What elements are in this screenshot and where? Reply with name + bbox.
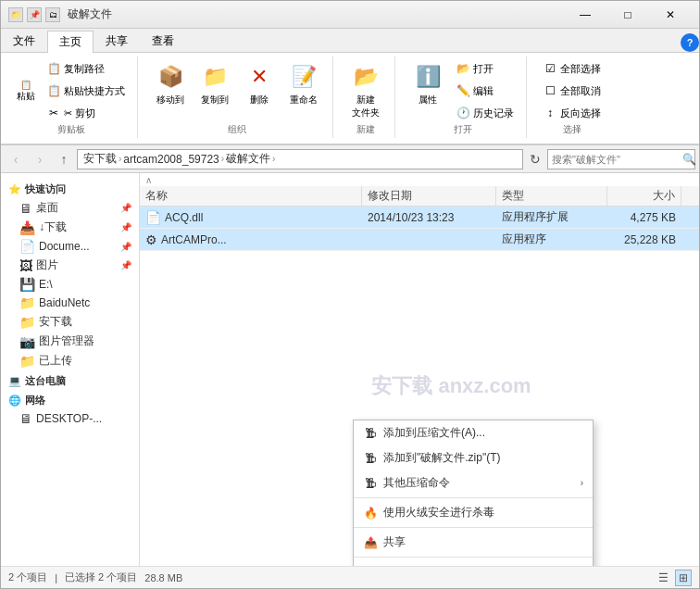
desktop-icon: 🖥 — [19, 201, 32, 216]
folder-icon: 🗂 — [45, 7, 60, 22]
col-header-date[interactable]: 修改日期 — [362, 186, 496, 206]
open-label: 打开 — [454, 123, 472, 136]
ctx-label-add-zip-t: 添加到"破解文件.zip"(T) — [383, 450, 501, 466]
paste-shortcut-button[interactable]: 📋 粘贴快捷方式 — [42, 81, 130, 101]
ribbon-tabs: 文件 主页 共享 查看 ? — [1, 29, 699, 53]
sidebar-label-desktop-pc: DESKTOP-... — [36, 412, 102, 425]
thispc-section[interactable]: 💻 这台电脑 — [1, 370, 139, 390]
select-label: 选择 — [563, 123, 581, 136]
sidebar-label-baidu: BaiduNetc — [39, 296, 90, 309]
maximize-button[interactable]: □ — [606, 1, 649, 29]
tab-file[interactable]: 文件 — [1, 30, 47, 52]
tab-view[interactable]: 查看 — [140, 30, 186, 52]
sidebar-item-uploaded[interactable]: 📁 已上传 — [1, 351, 139, 370]
ctx-sep-2 — [354, 527, 593, 528]
sidebar-item-andown[interactable]: 📁 安下载 — [1, 312, 139, 332]
properties-button[interactable]: ℹ️ 属性 — [406, 58, 449, 110]
sidebar-item-desktop-pc[interactable]: 🖥 DESKTOP-... — [1, 409, 139, 428]
open-buttons: ℹ️ 属性 📂 打开 ✏️ 编辑 🕐 — [406, 58, 519, 123]
tab-share[interactable]: 共享 — [94, 30, 140, 52]
downloads-icon: 📥 — [19, 220, 35, 235]
ctx-label-add-zip: 添加到压缩文件(A)... — [383, 425, 485, 441]
file-row-artcam[interactable]: ⚙ ArtCAMPro... 应用程序 25,228 KB — [140, 229, 699, 251]
copy-path-button[interactable]: 📋 复制路径 — [42, 58, 109, 79]
network-label: 网络 — [25, 394, 45, 407]
uploaded-icon: 📁 — [19, 354, 35, 369]
quick-access-section[interactable]: ⭐ 快速访问 — [1, 179, 139, 198]
ctx-item-add-zip[interactable]: 🗜 添加到压缩文件(A)... — [354, 420, 593, 445]
sidebar-label-picmgr: 图片管理器 — [39, 333, 94, 349]
up-button[interactable]: ↑ — [53, 148, 75, 170]
sidebar-item-drive[interactable]: 💾 E:\ — [1, 275, 139, 294]
copy-icon: 📁 — [200, 62, 230, 92]
col-header-type[interactable]: 类型 — [496, 186, 607, 206]
new-folder-button[interactable]: 📂 新建 文件夹 — [344, 58, 387, 123]
file-row-acq[interactable]: 📄 ACQ.dll 2014/10/23 13:23 应用程序扩展 4,275 … — [140, 207, 699, 229]
delete-icon: ✕ — [244, 62, 274, 92]
paste-icon: 📋 — [20, 80, 31, 90]
sidebar-item-documents[interactable]: 📄 Docume... 📌 — [1, 237, 139, 256]
search-icon: 🔍 — [682, 153, 696, 166]
edit-button[interactable]: ✏️ 编辑 — [451, 81, 498, 101]
list-view-button[interactable]: ☰ — [655, 570, 671, 586]
file-name-acq: 📄 ACQ.dll — [140, 210, 362, 225]
status-separator: | — [55, 572, 57, 583]
ctx-item-share[interactable]: 📤 共享 — [354, 530, 593, 555]
rename-button[interactable]: 📝 重命名 — [282, 58, 325, 110]
copy-to-button[interactable]: 📁 复制到 — [194, 58, 236, 110]
move-to-button[interactable]: 📦 移动到 — [149, 58, 192, 110]
history-icon: 🕐 — [456, 106, 470, 120]
ctx-label-scan: 使用火绒安全进行杀毒 — [383, 505, 494, 520]
file-size-acq: 4,275 KB — [607, 211, 681, 224]
titlebar-buttons: — □ ✕ — [564, 1, 692, 29]
select-all-icon: ☑ — [543, 61, 557, 76]
sidebar-label-documents: Docume... — [39, 240, 90, 253]
paste-button[interactable]: 📋 粘贴 — [12, 77, 40, 106]
tab-home[interactable]: 主页 — [47, 31, 94, 53]
search-input[interactable] — [552, 154, 680, 165]
network-icon: 🌐 — [8, 395, 21, 407]
col-header-name[interactable]: 名称 — [140, 186, 362, 206]
open-button[interactable]: 📂 打开 — [451, 58, 498, 79]
cut-button[interactable]: ✂ ✂ 剪切 — [42, 103, 100, 123]
ctx-item-scan[interactable]: 🔥 使用火绒安全进行杀毒 — [354, 500, 593, 525]
forward-button[interactable]: › — [29, 148, 51, 170]
help-button[interactable]: ? — [681, 33, 699, 52]
ctx-item-add-rar[interactable]: 🗜 添加到压缩文件(A)... — [354, 559, 593, 566]
detail-view-button[interactable]: ⊞ — [675, 570, 692, 586]
delete-button[interactable]: ✕ 删除 — [238, 58, 281, 110]
network-section[interactable]: 🌐 网络 — [1, 390, 139, 409]
select-all-button[interactable]: ☑ 全部选择 — [538, 58, 606, 79]
breadcrumb-part-3[interactable]: 破解文件 — [226, 151, 270, 167]
sidebar: ⭐ 快速访问 🖥 桌面 📌 📥 ↓下载 📌 📄 Docume... 📌 🖼 图片 — [1, 173, 140, 566]
ctx-item-other-zip[interactable]: 🗜 其他压缩命令 › — [354, 470, 593, 495]
invert-selection-button[interactable]: ↕ 反向选择 — [538, 103, 606, 123]
sidebar-item-desktop[interactable]: 🖥 桌面 📌 — [1, 198, 139, 218]
back-button[interactable]: ‹ — [5, 148, 27, 170]
sidebar-item-downloads[interactable]: 📥 ↓下载 📌 — [1, 218, 139, 237]
breadcrumb-part-2[interactable]: artcam2008_59723 — [123, 153, 219, 166]
scissors-icon: ✂ — [46, 106, 61, 120]
breadcrumb-part-1[interactable]: 安下载 — [83, 151, 117, 167]
sidebar-item-pictures[interactable]: 🖼 图片 📌 — [1, 256, 139, 275]
statusbar-right: ☰ ⊞ — [655, 570, 692, 586]
sidebar-item-picmgr[interactable]: 📷 图片管理器 — [1, 332, 139, 351]
close-button[interactable]: ✕ — [649, 1, 692, 29]
history-button[interactable]: 🕐 历史记录 — [451, 103, 519, 123]
file-type-acq: 应用程序扩展 — [496, 209, 607, 225]
sidebar-item-baidunet[interactable]: 📁 BaiduNetc — [1, 294, 139, 312]
invert-icon: ↕ — [543, 106, 557, 120]
file-list-area: ∧ 名称 修改日期 类型 大小 📄 ACQ.dll 2014/10/23 13:… — [140, 173, 699, 566]
sidebar-label-pictures: 图片 — [36, 257, 58, 273]
address-path[interactable]: 安下载 › artcam2008_59723 › 破解文件 › — [77, 149, 523, 169]
minimize-button[interactable]: — — [564, 1, 606, 29]
ctx-sep-1 — [354, 497, 593, 498]
ctx-label-add-rar: 添加到压缩文件(A)... — [383, 564, 485, 566]
refresh-button[interactable]: ↻ — [525, 149, 545, 169]
deselect-all-button[interactable]: ☐ 全部取消 — [538, 81, 606, 101]
col-header-size[interactable]: 大小 — [607, 186, 681, 206]
separator-1: › — [119, 154, 121, 164]
selected-size: 28.8 MB — [144, 572, 182, 583]
ctx-item-add-zip-t[interactable]: 🗜 添加到"破解文件.zip"(T) — [354, 445, 593, 470]
sort-indicator: ∧ — [145, 175, 152, 185]
